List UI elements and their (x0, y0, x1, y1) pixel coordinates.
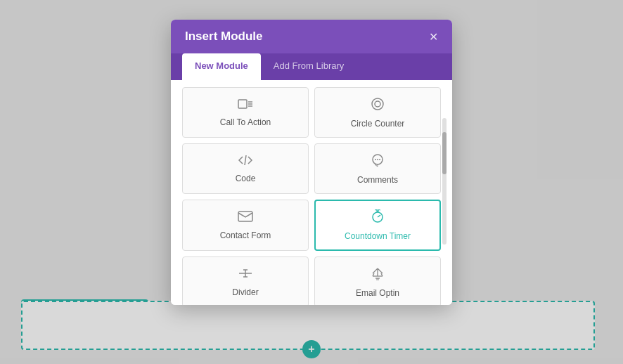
svg-point-10 (379, 159, 380, 160)
divider-icon (238, 267, 253, 283)
code-icon (238, 155, 253, 169)
modal-overlay: Insert Module ✕ New Module Add From Libr… (0, 0, 623, 364)
comments-icon (370, 153, 385, 171)
module-call-to-action[interactable]: Call To Action (182, 87, 309, 138)
tab-bar: New Module Add From Library (171, 53, 452, 80)
module-grid: Call To Action Circle Counter (171, 80, 452, 305)
svg-point-5 (375, 101, 380, 107)
module-comments[interactable]: Comments (314, 143, 441, 194)
svg-point-4 (372, 98, 383, 110)
svg-rect-0 (238, 100, 247, 108)
modal-title: Insert Module (185, 30, 263, 44)
module-divider[interactable]: Divider (182, 256, 309, 305)
countdown-timer-icon (371, 209, 385, 227)
email-optin-icon (370, 266, 385, 284)
module-code[interactable]: Code (182, 143, 309, 194)
comments-label: Comments (357, 175, 398, 185)
modal-close-button[interactable]: ✕ (429, 30, 438, 44)
tab-new-module[interactable]: New Module (182, 53, 261, 80)
email-optin-label: Email Optin (356, 288, 399, 298)
modal-header: Insert Module ✕ (171, 20, 452, 53)
tab-add-from-library[interactable]: Add From Library (261, 53, 357, 80)
svg-rect-11 (238, 212, 252, 221)
svg-line-6 (245, 155, 246, 165)
call-to-action-icon (238, 98, 253, 113)
svg-line-14 (378, 215, 380, 217)
contact-form-label: Contact Form (220, 230, 271, 240)
call-to-action-label: Call To Action (220, 117, 271, 127)
circle-counter-label: Circle Counter (351, 119, 405, 129)
svg-point-9 (377, 159, 378, 160)
contact-form-icon (238, 210, 253, 226)
module-circle-counter[interactable]: Circle Counter (314, 87, 441, 138)
module-contact-form[interactable]: Contact Form (182, 200, 309, 251)
insert-module-modal: Insert Module ✕ New Module Add From Libr… (171, 20, 452, 305)
svg-point-8 (375, 159, 376, 160)
circle-counter-icon (371, 97, 385, 115)
code-label: Code (236, 174, 256, 183)
countdown-timer-label: Countdown Timer (345, 231, 411, 241)
divider-label: Divider (232, 287, 258, 297)
module-countdown-timer[interactable]: Countdown Timer (314, 200, 441, 251)
module-email-optin[interactable]: Email Optin (314, 256, 441, 305)
